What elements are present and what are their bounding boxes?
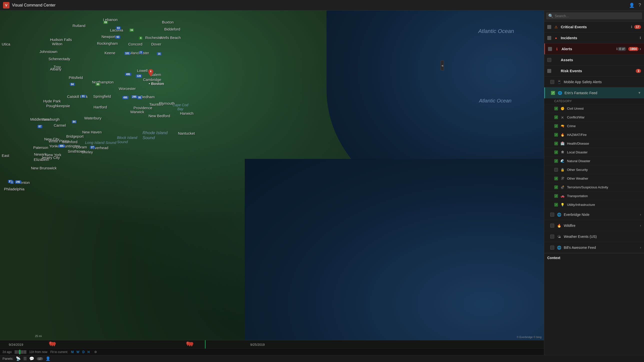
user-icon[interactable]: 👤 — [629, 2, 634, 8]
category-terrorism[interactable]: 💣 Terrorism/Suspicious Activity — [544, 183, 644, 192]
erins-expand[interactable]: ▼ — [638, 91, 641, 95]
time-mode-d[interactable]: D — [82, 350, 84, 354]
panels-person-icon[interactable]: 👤 — [46, 356, 50, 361]
wildfire-icon: 🔥 — [556, 223, 562, 228]
category-natural-disaster[interactable]: 🌊 Natural Disaster — [544, 157, 644, 165]
crime-label: Crime — [567, 124, 576, 128]
alerts-count: 1904 — [628, 47, 638, 51]
search-input-wrap[interactable]: 🔍 — [546, 12, 642, 19]
hazmat-checkbox[interactable] — [554, 133, 558, 137]
context-header[interactable]: Context — [544, 253, 644, 262]
panels-list-icon[interactable]: ☰ — [23, 356, 27, 361]
conflict-war-checkbox[interactable] — [554, 115, 558, 119]
feed-wildfire[interactable]: 🔥 Wildfire › — [544, 220, 644, 231]
cape-cod-bay-label: Cape CodBay — [172, 103, 188, 111]
ri-sound-label: Rhode IslandSound — [142, 130, 168, 140]
transportation-checkbox[interactable] — [554, 194, 558, 198]
time-mode-w[interactable]: W — [76, 350, 79, 354]
section-critical-events[interactable]: ⚠ Critical Events ℹ 17 — [544, 21, 644, 32]
weather-events-checkbox[interactable] — [550, 235, 554, 239]
feed-erins[interactable]: 🌐 Erin's Fantastic Feed ▼ — [544, 87, 644, 98]
highway-93: 93 — [116, 35, 120, 39]
time-ago: 2d ago — [2, 350, 12, 354]
weather-events-label: Weather Events (US) — [564, 235, 641, 239]
risk-events-checkbox[interactable] — [547, 69, 551, 73]
natural-disaster-icon: 🌊 — [560, 158, 565, 163]
category-health[interactable]: 🏥 Health/Disease — [544, 139, 644, 148]
topbar: V Visual Command Center 👤 ? — [0, 0, 644, 10]
health-checkbox[interactable] — [554, 142, 558, 145]
alerts-expand-icon[interactable]: › — [640, 46, 641, 51]
terrorism-checkbox[interactable] — [554, 185, 558, 189]
assets-checkbox[interactable] — [547, 58, 551, 62]
utility-checkbox[interactable] — [554, 203, 558, 207]
other-security-checkbox[interactable] — [554, 168, 558, 172]
natural-disaster-checkbox[interactable] — [554, 159, 558, 163]
panels-feed-icon[interactable]: 📡 — [16, 356, 21, 361]
category-civil-unrest[interactable]: ✊ Civil Unrest — [544, 104, 644, 113]
feed-mobile-app[interactable]: 📱 Mobile App Safety Alerts — [544, 76, 644, 87]
bills-checkbox[interactable] — [550, 246, 554, 250]
timeline-bar[interactable]: 9/24/2019 9/25/2019 — [0, 340, 544, 349]
feed-everbridge-nixle[interactable]: 🌐 Everbridge Nixle › — [544, 209, 644, 220]
tl-event-3 — [52, 342, 56, 348]
section-assets[interactable]: Assets — [544, 54, 644, 65]
city-concord: Concord — [128, 42, 142, 46]
category-conflict-war[interactable]: ⚔ Conflict/War — [544, 113, 644, 122]
risk-events-badge: 3 — [636, 69, 641, 73]
local-disaster-checkbox[interactable] — [554, 150, 558, 154]
terrorism-label: Terrorism/Suspicious Activity — [567, 185, 608, 189]
critical-events-checkbox[interactable] — [547, 25, 551, 29]
other-weather-checkbox[interactable] — [554, 177, 558, 180]
section-risk-events[interactable]: Risk Events 3 — [544, 65, 644, 76]
critical-events-info[interactable]: ℹ — [631, 25, 632, 29]
city-shirley: Shirley — [82, 150, 93, 154]
civil-unrest-checkbox[interactable] — [554, 107, 558, 110]
panels-chat-icon[interactable]: 💬 — [29, 356, 34, 361]
nixle-checkbox[interactable] — [550, 213, 554, 217]
time-mode-h[interactable]: H — [88, 350, 90, 354]
timeline-settings-icon[interactable]: ⚙ — [94, 350, 97, 354]
map-area[interactable]: Atlantic Ocean Atlantic Ocean Rhode Isla… — [0, 10, 544, 355]
help-icon[interactable]: ? — [638, 2, 641, 8]
incidents-info[interactable]: ℹ — [640, 36, 641, 40]
feed-weather-events[interactable]: 🌤 Weather Events (US) — [544, 231, 644, 242]
panel-toggle[interactable]: ◀ — [440, 60, 444, 70]
highway-95: 95 — [137, 96, 142, 99]
mobile-app-checkbox[interactable] — [550, 80, 554, 84]
city-newport: Newport — [102, 34, 116, 39]
highway-295: 295 — [131, 95, 138, 98]
wildfire-checkbox[interactable] — [550, 224, 554, 228]
local-disaster-icon: 🏚 — [560, 150, 565, 155]
city-poughkeepsie: Poughkeepsie — [46, 104, 70, 108]
category-transportation[interactable]: 🚗 Transportation — [544, 192, 644, 200]
city-jersey-city: Jersey City — [41, 155, 60, 160]
city-stamford: Stamford — [62, 140, 78, 144]
bills-label: Bill's Awesome Feed — [564, 246, 640, 250]
category-other-security[interactable]: 🔒 Other Security — [544, 165, 644, 174]
category-local-disaster[interactable]: 🏚 Local Disaster — [544, 148, 644, 157]
city-dover: Dover — [151, 42, 161, 46]
nixle-expand[interactable]: › — [640, 213, 641, 216]
wildfire-expand[interactable]: › — [640, 224, 641, 227]
erins-checkbox[interactable] — [551, 91, 555, 95]
alerts-checkbox[interactable] — [548, 47, 552, 51]
weather-events-icon: 🌤 — [556, 234, 562, 239]
timeline-date-1: 9/24/2019 — [9, 343, 23, 346]
category-utility[interactable]: 💡 Utility/Infrastructure — [544, 200, 644, 209]
bills-expand[interactable]: › — [640, 246, 641, 249]
feed-bills[interactable]: 🌐 Bill's Awesome Feed › — [544, 242, 644, 253]
other-weather-icon: ⛈ — [560, 176, 565, 181]
category-other-weather[interactable]: ⛈ Other Weather — [544, 174, 644, 183]
category-hazmat[interactable]: 🔥 HAZMAT/Fire — [544, 130, 644, 139]
incidents-checkbox[interactable] — [547, 36, 551, 40]
assets-icon — [553, 57, 559, 63]
city-lowell: Lowell — [137, 68, 148, 73]
crime-checkbox[interactable] — [554, 124, 558, 128]
section-incidents[interactable]: ● Incidents ℹ — [544, 32, 644, 43]
category-crime[interactable]: 🔫 Crime — [544, 122, 644, 130]
time-mode-m[interactable]: M — [71, 350, 74, 354]
section-alerts[interactable]: ℹ Alerts ℹ 0 of 1904 › — [544, 43, 644, 54]
city-springfield: Springfield — [93, 94, 111, 98]
search-input[interactable] — [555, 14, 640, 18]
